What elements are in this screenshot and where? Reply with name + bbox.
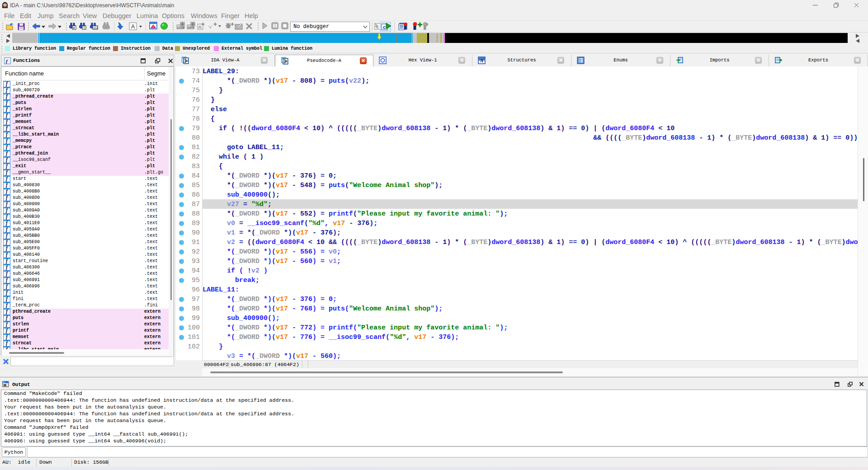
svg-text:A: A	[131, 24, 135, 30]
svg-text:IDA: IDA	[3, 5, 8, 8]
svg-text:c: c	[383, 25, 386, 30]
svg-text:!: !	[153, 25, 154, 28]
svg-text:CODE: CODE	[177, 26, 185, 29]
svg-text:DATA: DATA	[188, 26, 194, 29]
svg-text:101: 101	[93, 26, 98, 29]
svg-text:A: A	[198, 25, 201, 29]
svg-text:‘s’: ‘s’	[208, 24, 213, 29]
svg-text:#: #	[73, 26, 75, 30]
svg-text:T: T	[83, 26, 85, 30]
